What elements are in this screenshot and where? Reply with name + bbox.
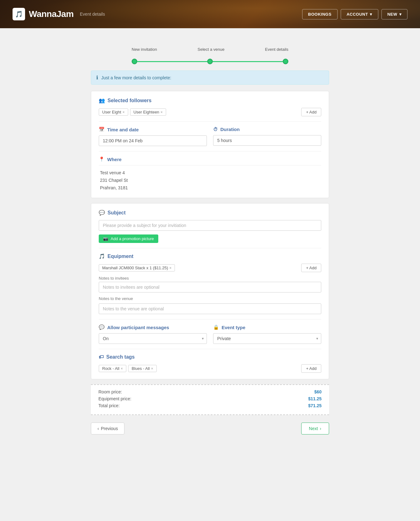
room-price-value: $60 (314, 389, 322, 394)
step1-dot (132, 59, 137, 64)
notes-venue-label: Notes to the venue (99, 296, 321, 301)
followers-icon: 👥 (99, 97, 105, 103)
info-banner: ℹ Just a few more details to complete: (91, 71, 329, 85)
allow-messages-wrapper: On Off ▾ (99, 333, 207, 344)
venue-address2: Prahran, 3181 (100, 184, 321, 192)
messages-eventtype-row: 💬 Allow participant messages On Off ▾ 🔒 … (99, 324, 321, 344)
search-tag-1: Rock - All × (99, 365, 126, 372)
subject-section: 💬 Subject 📷 Add a promotion picture (99, 210, 321, 243)
equipment-row: Marshall JCM800 Stack x 1 ($11.25) × + A… (99, 264, 321, 272)
message-icon: 💬 (99, 324, 105, 330)
subject-header: 💬 Subject (99, 210, 321, 216)
notes-invitees-label: Notes to invitees (99, 276, 321, 281)
logo-text: WannaJam (29, 9, 74, 19)
total-price-row: Total price: $71.25 (98, 403, 322, 408)
search-tags-section: 🏷 Search tags Rock - All × Blues - All ×… (99, 354, 321, 373)
followers-header: 👥 Selected followers (99, 97, 321, 103)
nav-actions: ‹ Previous Next › (91, 423, 329, 434)
event-type-col: 🔒 Event type Private Public ▾ (213, 324, 321, 344)
allow-messages-select[interactable]: On Off (99, 333, 207, 344)
remove-tag-1[interactable]: × (121, 366, 123, 371)
location-icon: 📍 (99, 156, 105, 162)
add-follower-button[interactable]: + Add (301, 108, 321, 116)
remove-follower-2[interactable]: × (160, 110, 163, 114)
room-price-label: Room price: (98, 389, 122, 394)
add-photo-button[interactable]: 📷 Add a promotion picture (99, 234, 158, 243)
add-tag-button[interactable]: + Add (301, 364, 321, 373)
equipment-price-label: Equipment price: (98, 396, 131, 401)
step2-connector (213, 61, 283, 62)
follower-tag-2: User Eighteen × (130, 108, 166, 116)
main-content: New invitation Select a venue Event deta… (85, 28, 335, 453)
new-chevron-icon: ▾ (399, 12, 402, 17)
step3-label: Event details (265, 47, 288, 52)
bookings-button[interactable]: BOOKINGS (302, 9, 338, 19)
logo-area: 🎵 WannaJam Event details (13, 8, 302, 20)
step1-label: New invitation (132, 47, 157, 52)
where-section: 📍 Where Test venue 4 231 Chapel St Prahr… (99, 156, 321, 192)
duration-label: ⏱ Duration (213, 127, 321, 132)
notes-venue-input[interactable] (99, 303, 321, 314)
where-content: Test venue 4 231 Chapel St Prahran, 3181 (99, 165, 321, 192)
venue-address1: 231 Chapel St (100, 177, 321, 184)
venue-name: Test venue 4 (100, 169, 321, 177)
event-type-select[interactable]: Private Public (213, 333, 321, 344)
total-price-value: $71.25 (308, 403, 322, 408)
card-event-info: 👥 Selected followers User Eight × User E… (91, 91, 329, 198)
card-details: 💬 Subject 📷 Add a promotion picture 🎵 Eq… (91, 203, 329, 379)
prev-icon: ‹ (97, 426, 99, 431)
remove-equipment-1[interactable]: × (169, 266, 171, 270)
notes-invitees-input[interactable] (99, 282, 321, 292)
allow-messages-col: 💬 Allow participant messages On Off ▾ (99, 324, 207, 344)
header: 🎵 WannaJam Event details BOOKINGS ACCOUN… (0, 0, 420, 28)
equipment-price-value: $11.25 (308, 396, 322, 401)
camera-icon: 📷 (103, 236, 108, 241)
total-price-label: Total price: (98, 403, 120, 408)
time-col: 📅 Time and date (99, 127, 207, 146)
time-input[interactable] (99, 135, 207, 146)
search-tags-row: Rock - All × Blues - All × + Add (99, 364, 321, 373)
notes-venue-section: Notes to the venue (99, 296, 321, 314)
follower-tag-1: User Eight × (99, 108, 128, 116)
step2-label: Select a venue (197, 47, 224, 52)
account-button[interactable]: ACCOUNT ▾ (341, 9, 378, 19)
equipment-tag-1: Marshall JCM800 Stack x 1 ($11.25) × (99, 264, 175, 271)
next-icon: › (320, 426, 321, 431)
add-equipment-button[interactable]: + Add (301, 264, 321, 272)
calendar-icon: 📅 (99, 127, 105, 132)
search-tag-2: Blues - All × (128, 365, 157, 372)
chat-icon: 💬 (99, 210, 105, 216)
selected-followers-section: 👥 Selected followers User Eight × User E… (99, 97, 321, 116)
equipment-header: 🎵 Equipment (99, 253, 321, 259)
equipment-price-row: Equipment price: $11.25 (98, 396, 322, 401)
time-duration-row: 📅 Time and date ⏱ Duration (99, 127, 321, 146)
previous-button[interactable]: ‹ Previous (91, 423, 124, 434)
remove-follower-1[interactable]: × (123, 110, 125, 114)
lock-icon: 🔒 (213, 324, 219, 330)
pricing-section: Room price: $60 Equipment price: $11.25 … (91, 384, 329, 415)
room-price-row: Room price: $60 (98, 389, 322, 394)
duration-col: ⏱ Duration (213, 127, 321, 146)
equipment-section: 🎵 Equipment Marshall JCM800 Stack x 1 ($… (99, 253, 321, 272)
next-button[interactable]: Next › (301, 423, 329, 434)
new-button[interactable]: NEW ▾ (381, 9, 407, 19)
step1-connector (137, 61, 207, 62)
followers-tags-row: User Eight × User Eighteen × + Add (99, 108, 321, 116)
tag-icon: 🏷 (99, 354, 104, 360)
subject-input[interactable] (99, 220, 321, 231)
info-text: Just a few more details to complete: (101, 75, 171, 80)
header-nav: BOOKINGS ACCOUNT ▾ NEW ▾ (302, 9, 407, 19)
account-chevron-icon: ▾ (370, 12, 372, 17)
remove-tag-2[interactable]: × (151, 366, 153, 371)
search-tags-header: 🏷 Search tags (99, 354, 321, 360)
time-label: 📅 Time and date (99, 127, 207, 132)
event-type-wrapper: Private Public ▾ (213, 333, 321, 344)
page-subtitle: Event details (80, 12, 105, 17)
logo-icon: 🎵 (13, 8, 25, 20)
allow-messages-label: 💬 Allow participant messages (99, 324, 207, 330)
info-icon: ℹ (96, 75, 98, 81)
duration-input[interactable] (213, 135, 321, 146)
music-icon: 🎵 (99, 253, 105, 259)
progress-container: New invitation Select a venue Event deta… (91, 38, 329, 71)
where-label: 📍 Where (99, 156, 321, 162)
